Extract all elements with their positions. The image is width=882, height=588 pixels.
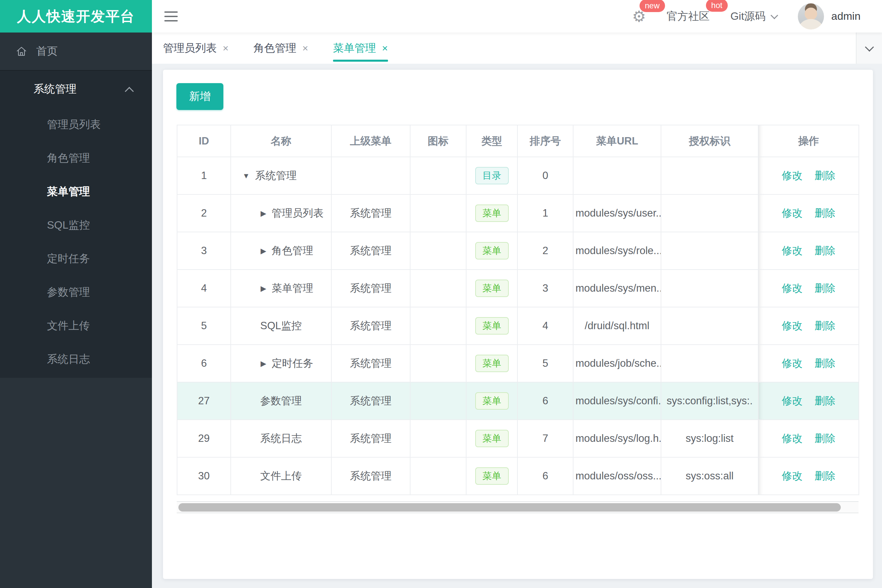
- scrollbar-thumb[interactable]: [179, 503, 841, 512]
- delete-link[interactable]: 删除: [814, 245, 835, 256]
- col-url: 菜单URL: [573, 125, 661, 157]
- delete-link[interactable]: 删除: [814, 470, 835, 482]
- git-source-dropdown[interactable]: Git源码: [730, 9, 777, 24]
- tab-close-icon[interactable]: [302, 43, 308, 53]
- cell-icon: [410, 382, 466, 420]
- community-label: 官方社区: [667, 10, 710, 22]
- home-icon: [15, 45, 27, 57]
- sidebar-section-system[interactable]: 系统管理: [0, 71, 152, 108]
- cell-actions: 修改删除: [758, 270, 859, 307]
- tab-admin-list[interactable]: 管理员列表: [163, 33, 229, 64]
- cell-name: 管理员列表: [231, 194, 331, 232]
- expand-icon[interactable]: [261, 209, 266, 218]
- edit-link[interactable]: 修改: [782, 320, 802, 332]
- sidebar-item-file-upload[interactable]: 文件上传: [0, 309, 152, 342]
- cell-icon: [410, 457, 466, 495]
- delete-link[interactable]: 删除: [814, 357, 835, 369]
- add-button[interactable]: 新增: [176, 83, 223, 110]
- sidebar-item-scheduled-tasks[interactable]: 定时任务: [0, 242, 152, 275]
- edit-link[interactable]: 修改: [782, 357, 802, 369]
- type-badge-menu: 菜单: [475, 204, 509, 222]
- edit-link[interactable]: 修改: [782, 432, 802, 444]
- cell-url: modules/sys/user....: [573, 194, 661, 232]
- delete-link[interactable]: 删除: [814, 282, 835, 294]
- tab-list-dropdown-button[interactable]: [856, 33, 882, 64]
- cell-actions: 修改删除: [758, 157, 859, 194]
- table-row: 1 系统管理 目录 0 修改删除: [177, 157, 859, 194]
- cell-url: modules/oss/oss....: [573, 457, 661, 495]
- sidebar-item-sql-monitor[interactable]: SQL监控: [0, 208, 152, 242]
- cell-name: 参数管理: [231, 382, 331, 420]
- cell-actions: 修改删除: [758, 232, 859, 270]
- community-link[interactable]: 官方社区 hot: [667, 9, 710, 24]
- delete-link[interactable]: 删除: [814, 395, 835, 406]
- delete-link[interactable]: 删除: [814, 320, 835, 332]
- col-actions: 操作: [758, 125, 859, 157]
- cell-type: 菜单: [466, 270, 517, 307]
- table-row: 6 定时任务 系统管理 菜单 5 modules/job/sche... 修改删…: [177, 345, 859, 382]
- type-badge-menu: 菜单: [475, 242, 509, 260]
- cell-order: 2: [517, 232, 573, 270]
- cell-perms: sys:log:list: [661, 420, 758, 457]
- cell-actions: 修改删除: [758, 457, 859, 495]
- tab-menu-mgmt[interactable]: 菜单管理: [333, 33, 388, 64]
- sidebar-item-admin-list[interactable]: 管理员列表: [0, 108, 152, 141]
- collapse-icon[interactable]: [242, 172, 250, 180]
- cell-perms: [661, 157, 758, 194]
- cell-id: 30: [177, 457, 231, 495]
- expand-icon[interactable]: [261, 284, 266, 293]
- cell-type: 菜单: [466, 194, 517, 232]
- tab-close-icon[interactable]: [223, 43, 229, 53]
- tab-label: 管理员列表: [163, 41, 216, 56]
- cell-type: 菜单: [466, 345, 517, 382]
- cell-perms: sys:config:list,sys:.: [661, 382, 758, 420]
- edit-link[interactable]: 修改: [782, 245, 802, 256]
- edit-link[interactable]: 修改: [782, 282, 802, 294]
- cell-actions: 修改删除: [758, 194, 859, 232]
- edit-link[interactable]: 修改: [782, 395, 802, 406]
- cell-type: 菜单: [466, 457, 517, 495]
- cell-perms: [661, 194, 758, 232]
- sidebar-item-home[interactable]: 首页: [0, 33, 152, 70]
- hamburger-menu-icon[interactable]: [164, 11, 178, 21]
- cell-id: 27: [177, 382, 231, 420]
- cell-actions: 修改删除: [758, 420, 859, 457]
- tab-close-icon[interactable]: [382, 43, 388, 53]
- col-icon: 图标: [410, 125, 466, 157]
- menu-management-panel: 新增 ID 名称 上级菜单 图标 类型 排序号 菜单URL: [163, 70, 873, 579]
- sidebar-item-menu-mgmt[interactable]: 菜单管理: [0, 175, 152, 208]
- header-actions: new 官方社区 hot Git源码 admin: [632, 3, 861, 30]
- sidebar: 人人快速开发平台 首页 系统管理 管理员列表 角色管理 菜单管理 SQL监控 定…: [0, 0, 152, 588]
- table-row: 5 SQL监控 系统管理 菜单 4 /druid/sql.html 修改删除: [177, 307, 859, 345]
- edit-link[interactable]: 修改: [782, 207, 802, 219]
- expand-icon[interactable]: [261, 359, 266, 368]
- user-menu[interactable]: admin: [798, 3, 861, 30]
- chevron-down-icon: [865, 43, 874, 52]
- cell-id: 3: [177, 232, 231, 270]
- cell-perms: [661, 232, 758, 270]
- horizontal-scrollbar[interactable]: [177, 501, 858, 513]
- sidebar-item-role-mgmt[interactable]: 角色管理: [0, 141, 152, 175]
- settings-button[interactable]: new: [632, 9, 646, 24]
- tab-role-mgmt[interactable]: 角色管理: [254, 33, 308, 64]
- expand-icon[interactable]: [261, 247, 266, 255]
- cell-url: modules/job/sche...: [573, 345, 661, 382]
- edit-link[interactable]: 修改: [782, 170, 802, 182]
- delete-link[interactable]: 删除: [814, 207, 835, 219]
- app-logo: 人人快速开发平台: [0, 0, 152, 33]
- edit-link[interactable]: 修改: [782, 470, 802, 482]
- cell-url: /druid/sql.html: [573, 307, 661, 345]
- cell-parent: [331, 157, 410, 194]
- type-badge-dir: 目录: [475, 167, 509, 185]
- type-badge-menu: 菜单: [475, 467, 509, 485]
- delete-link[interactable]: 删除: [814, 432, 835, 444]
- delete-link[interactable]: 删除: [814, 170, 835, 182]
- cell-actions: 修改删除: [758, 307, 859, 345]
- content-area: 新增 ID 名称 上级菜单 图标 类型 排序号 菜单URL: [152, 64, 882, 588]
- cell-actions: 修改删除: [758, 345, 859, 382]
- sidebar-item-system-log[interactable]: 系统日志: [0, 342, 152, 376]
- sidebar-open-section: 系统管理 管理员列表 角色管理 菜单管理 SQL监控 定时任务 参数管理 文件上…: [0, 70, 152, 378]
- sidebar-item-param-mgmt[interactable]: 参数管理: [0, 275, 152, 309]
- cell-name: 文件上传: [231, 457, 331, 495]
- cell-icon: [410, 307, 466, 345]
